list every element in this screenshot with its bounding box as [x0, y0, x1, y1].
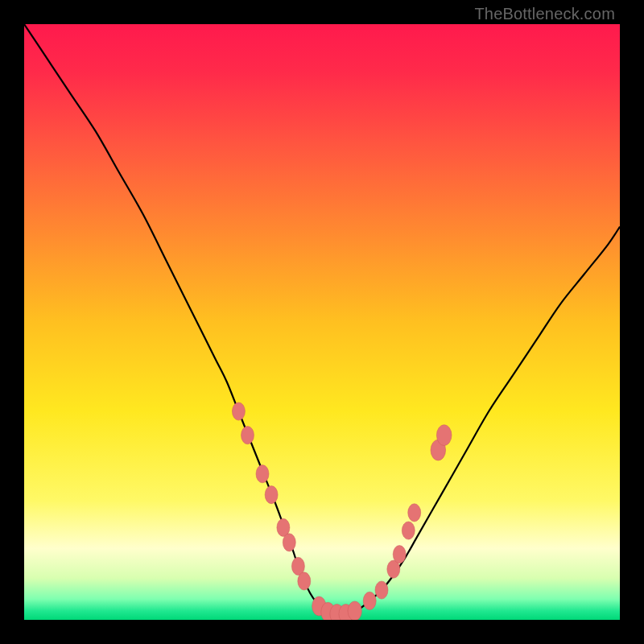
data-marker [256, 465, 269, 483]
outer-frame: TheBottleneck.com [0, 0, 644, 644]
markers-group [232, 402, 452, 620]
data-marker [393, 546, 406, 564]
data-marker [375, 581, 388, 599]
data-marker [232, 402, 245, 420]
data-marker [348, 601, 361, 620]
data-marker [265, 486, 278, 504]
bottleneck-curve [24, 24, 620, 614]
data-marker [363, 592, 376, 609]
watermark-label: TheBottleneck.com [474, 5, 615, 23]
data-marker [242, 427, 254, 444]
data-marker [283, 534, 295, 551]
data-marker [408, 504, 421, 522]
data-marker [402, 522, 415, 539]
data-marker [436, 425, 452, 446]
plot-area [24, 24, 620, 620]
data-marker [298, 572, 311, 590]
chart-canvas [24, 24, 620, 620]
